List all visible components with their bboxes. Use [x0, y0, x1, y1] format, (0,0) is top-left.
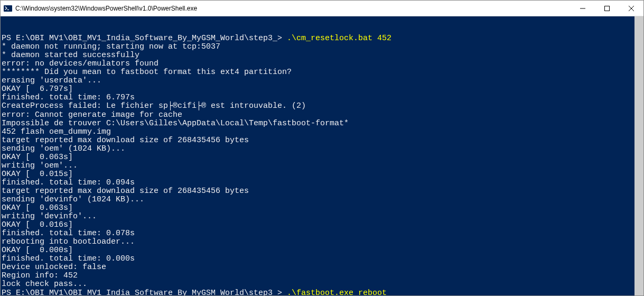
terminal-line: error: no devices/emulators found	[2, 60, 643, 68]
terminal-line: OKAY [ 0.000s]	[2, 246, 643, 255]
powershell-icon	[4, 4, 12, 13]
terminal-line: OKAY [ 0.063s]	[2, 153, 643, 162]
terminal-line: writing 'devinfo'...	[2, 212, 643, 221]
terminal-line: PS E:\OBI MV1\OBI_MV1_India_Software_By_…	[2, 289, 643, 296]
terminal-line: finished. total time: 0.078s	[2, 229, 643, 238]
terminal-line: PS E:\OBI MV1\OBI_MV1_India_Software_By_…	[2, 34, 643, 43]
terminal-line: Impossible de trouver C:\Users\Gilles\Ap…	[2, 119, 643, 128]
terminal-line: target reported max download size of 268…	[2, 136, 643, 145]
terminal-line: sending 'devinfo' (1024 KB)...	[2, 196, 643, 204]
terminal-line: erasing 'userdata'...	[2, 77, 643, 85]
terminal-line: rebooting into bootloader...	[2, 238, 643, 246]
terminal-line: OKAY [ 0.063s]	[2, 204, 643, 212]
terminal-line: Region info: 452	[2, 272, 643, 280]
titlebar[interactable]: C:\Windows\system32\WindowsPowerShell\v1…	[1, 1, 643, 16]
powershell-window: C:\Windows\system32\WindowsPowerShell\v1…	[0, 0, 644, 296]
terminal-line: Device unlocked: false	[2, 263, 643, 272]
prompt-text: PS E:\OBI MV1\OBI_MV1_India_Software_By_…	[2, 289, 287, 296]
terminal-line: sending 'oem' (1024 KB)...	[2, 145, 643, 153]
terminal-output[interactable]: PS E:\OBI MV1\OBI_MV1_India_Software_By_…	[1, 16, 643, 295]
terminal-line: error: Cannot generate image for cache	[2, 111, 643, 119]
command-text: .\cm_resetlock.bat 452	[287, 34, 391, 43]
maximize-button[interactable]	[595, 1, 619, 16]
terminal-line: ******** Did you mean to fastboot format…	[2, 68, 643, 77]
terminal-line: OKAY [ 6.797s]	[2, 85, 643, 94]
terminal-line: * daemon not running; starting now at tc…	[2, 43, 643, 51]
minimize-button[interactable]	[571, 1, 595, 16]
svg-rect-3	[605, 6, 610, 11]
terminal-line: 452 flash oem_dummy.img	[2, 128, 643, 136]
terminal-line: finished. total time: 0.094s	[2, 179, 643, 187]
terminal-line: finished. total time: 0.000s	[2, 255, 643, 263]
terminal-line: writing 'oem'...	[2, 162, 643, 170]
terminal-line: target reported max download size of 268…	[2, 187, 643, 196]
scrollbar-thumb[interactable]	[634, 16, 643, 295]
command-text: .\fastboot.exe reboot	[287, 289, 387, 296]
terminal-line: * daemon started successfully	[2, 51, 643, 60]
prompt-text: PS E:\OBI MV1\OBI_MV1_India_Software_By_…	[2, 34, 287, 43]
window-controls	[571, 1, 643, 16]
terminal-line: OKAY [ 0.016s]	[2, 221, 643, 229]
scrollbar[interactable]	[634, 16, 643, 295]
close-button[interactable]	[619, 1, 643, 16]
terminal-line: OKAY [ 0.015s]	[2, 170, 643, 179]
terminal-line: lock check pass...	[2, 280, 643, 289]
window-title: C:\Windows\system32\WindowsPowerShell\v1…	[15, 5, 571, 12]
terminal-line: CreateProcess failed: Le fichier sp├®cif…	[2, 102, 643, 110]
svg-rect-0	[4, 5, 12, 12]
